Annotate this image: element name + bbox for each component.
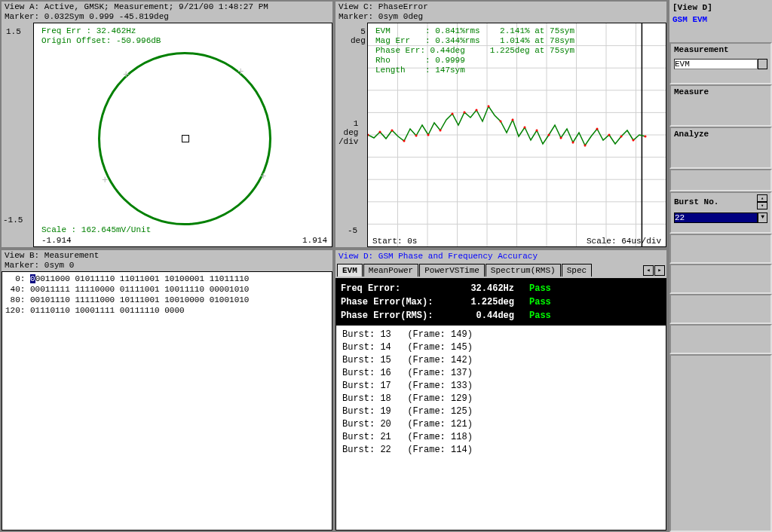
svg-point-31 bbox=[512, 119, 514, 121]
measure-section[interactable]: Measure bbox=[669, 84, 772, 127]
tab-evm[interactable]: EVM bbox=[337, 264, 363, 277]
view-b-data[interactable]: 0: 00011000 01011110 11011001 10100001 1… bbox=[2, 271, 332, 530]
view-a-plot[interactable]: Freq Err : 32.462Hz Origin Offset: -50.9… bbox=[33, 23, 332, 247]
svg-point-37 bbox=[584, 145, 587, 147]
sidebar-subtitle: GSM EVM bbox=[669, 15, 772, 27]
tab-powervstime[interactable]: PowerVSTime bbox=[419, 264, 485, 277]
svg-point-36 bbox=[572, 142, 574, 144]
analyze-section[interactable]: Analyze bbox=[669, 127, 772, 169]
tab-spectrum(rms)[interactable]: Spectrum(RMS) bbox=[486, 264, 561, 277]
view-a-ymin: -1.5 bbox=[3, 216, 23, 225]
svg-point-23 bbox=[415, 135, 418, 137]
burst-section: Burst No. ▴▾ ▼ bbox=[669, 191, 772, 234]
blank-section-3 bbox=[669, 264, 772, 294]
view-a-xmax: 1.914 bbox=[302, 236, 327, 245]
view-c-panel: View C: PhaseError Marker: 0sym 0deg bbox=[334, 0, 668, 249]
blank-section-2 bbox=[669, 234, 772, 264]
svg-point-40 bbox=[620, 136, 623, 138]
measure-label: Measure bbox=[674, 87, 767, 96]
tab-row: EVMMeanPowerPowerVSTimeSpectrum(RMS)Spec… bbox=[335, 262, 666, 278]
svg-point-38 bbox=[596, 128, 599, 130]
blank-section-5 bbox=[669, 324, 772, 354]
measurement-label: Measurement bbox=[674, 45, 767, 54]
svg-point-42 bbox=[645, 136, 647, 138]
view-a-panel: View A: Active, GMSK; Measurement; 9/21/… bbox=[0, 0, 334, 249]
view-a-xmin: -1.914 bbox=[41, 236, 72, 245]
view-b-panel: View B: Measurement Marker: 0sym 0 0: 00… bbox=[0, 249, 334, 532]
view-a-title: View A: Active, GMSK; Measurement; 9/21/… bbox=[2, 2, 332, 12]
view-a-marker: Marker: 0.032Sym 0.999 -45.819deg bbox=[2, 12, 332, 23]
tab-meanpower[interactable]: MeanPower bbox=[363, 264, 418, 277]
svg-point-29 bbox=[488, 105, 490, 108]
view-c-title: View C: PhaseError bbox=[335, 2, 666, 12]
sidebar-title: [View D] bbox=[669, 0, 772, 15]
view-c-marker: Marker: 0sym 0deg bbox=[335, 12, 666, 23]
results-panel: Freq Error:32.462HzPassPhase Error(Max):… bbox=[336, 279, 666, 326]
burst-spinner[interactable]: ▴▾ bbox=[757, 194, 767, 209]
svg-point-28 bbox=[476, 109, 478, 112]
tab-spec[interactable]: Spec bbox=[562, 264, 592, 277]
analyze-label: Analyze bbox=[674, 130, 767, 139]
svg-point-25 bbox=[440, 130, 442, 132]
view-c-ymin: -5 bbox=[348, 226, 357, 235]
sidebar: [View D] GSM EVM Measurement Measure Ana… bbox=[668, 0, 772, 532]
measurement-dropdown-btn[interactable] bbox=[758, 59, 767, 69]
svg-point-27 bbox=[464, 112, 466, 114]
blank-section-4 bbox=[669, 294, 772, 324]
view-d-panel: View D: GSM Phase and Frequency Accuracy… bbox=[334, 249, 668, 532]
view-d-title: View D: GSM Phase and Frequency Accuracy bbox=[335, 250, 666, 262]
view-b-marker: Marker: 0sym 0 bbox=[2, 261, 332, 271]
measurement-section: Measurement bbox=[669, 42, 772, 84]
view-c-readout: EVM : 0.841%rms 2.141% at 75sym Mag Err … bbox=[375, 26, 574, 75]
view-d-body: Freq Error:32.462HzPassPhase Error(Max):… bbox=[335, 278, 666, 530]
svg-point-30 bbox=[500, 121, 502, 123]
svg-point-22 bbox=[403, 140, 406, 142]
view-c-xstart: Start: 0s bbox=[372, 237, 417, 246]
burst-label: Burst No. bbox=[674, 197, 757, 206]
view-a-scale: Scale : 162.645mV/Unit bbox=[41, 225, 151, 234]
view-a-ymax: 1.5 bbox=[6, 27, 21, 36]
tab-scroll-left[interactable]: ◂ bbox=[643, 265, 654, 276]
svg-point-35 bbox=[560, 137, 562, 139]
tab-scroll-right[interactable]: ▸ bbox=[654, 265, 665, 276]
svg-point-24 bbox=[427, 134, 430, 136]
burst-dropdown-btn[interactable]: ▼ bbox=[758, 212, 767, 223]
svg-point-32 bbox=[524, 127, 526, 129]
svg-point-34 bbox=[548, 134, 550, 136]
view-c-ydiv: 1 deg /div bbox=[339, 119, 358, 146]
burst-combo[interactable] bbox=[674, 212, 758, 223]
view-c-xscale: Scale: 64us/div bbox=[587, 237, 661, 246]
measurement-input[interactable] bbox=[674, 59, 758, 69]
blank-section-6 bbox=[669, 354, 772, 532]
origin-marker bbox=[182, 135, 189, 142]
svg-point-21 bbox=[391, 130, 394, 132]
svg-point-33 bbox=[536, 130, 538, 132]
view-c-ymax: 5deg bbox=[351, 27, 366, 45]
svg-point-20 bbox=[379, 131, 381, 133]
view-c-plot[interactable]: EVM : 0.841%rms 2.141% at 75sym Mag Err … bbox=[367, 23, 666, 247]
blank-section-1 bbox=[669, 169, 772, 191]
svg-point-39 bbox=[608, 134, 611, 136]
view-b-title: View B: Measurement bbox=[2, 250, 332, 261]
view-a-readout: Freq Err : 32.462Hz Origin Offset: -50.9… bbox=[41, 26, 161, 46]
svg-point-26 bbox=[452, 113, 454, 115]
burst-list[interactable]: Burst: 13 (Frame: 149) Burst: 14 (Frame:… bbox=[336, 326, 666, 530]
svg-point-41 bbox=[633, 139, 635, 142]
